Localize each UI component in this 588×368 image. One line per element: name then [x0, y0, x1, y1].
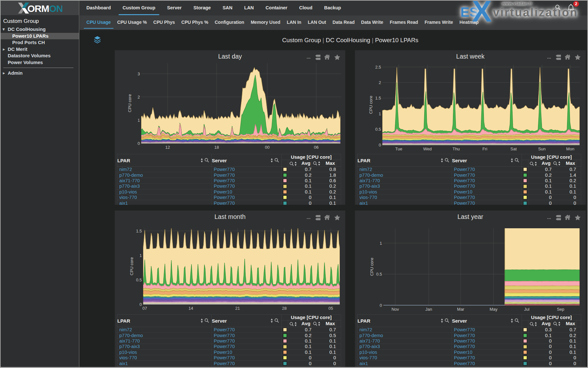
svg-text:0.5: 0.5 [136, 278, 142, 282]
svg-text:1: 1 [379, 111, 381, 116]
svg-text:...: ... [307, 214, 311, 220]
svg-text:3: 3 [138, 71, 140, 76]
svg-text:1: 1 [138, 118, 140, 123]
svg-text:28: 28 [282, 306, 287, 311]
svg-text:0: 0 [140, 302, 142, 307]
svg-text:...: ... [307, 54, 311, 60]
svg-text:Jan: Jan [426, 307, 432, 312]
svg-text:2.5: 2.5 [375, 65, 381, 70]
svg-text:CPU core: CPU core [368, 96, 373, 114]
svg-text:Mar: Mar [457, 307, 465, 312]
svg-text:1.5: 1.5 [136, 229, 142, 233]
svg-text:0: 0 [138, 141, 140, 146]
svg-text:Mon: Mon [566, 146, 574, 151]
svg-text:CPU core: CPU core [369, 258, 374, 276]
svg-text:Nov: Nov [391, 307, 399, 312]
svg-text:CPU core: CPU core [129, 257, 134, 275]
svg-text:0: 0 [380, 303, 382, 308]
svg-text:12: 12 [165, 145, 170, 150]
svg-text:...: ... [547, 214, 551, 220]
svg-text:Wed: Wed [423, 146, 432, 151]
svg-text:0.5: 0.5 [376, 272, 382, 277]
svg-text:Jul: Jul [524, 307, 530, 312]
svg-text:00: 00 [265, 145, 270, 150]
svg-text:Fri: Fri [482, 146, 487, 151]
svg-text:2: 2 [138, 95, 140, 99]
svg-text:Sat: Sat [510, 146, 517, 151]
svg-text:CPU core: CPU core [127, 94, 132, 112]
svg-text:Tue: Tue [395, 146, 402, 151]
svg-text:1: 1 [380, 241, 382, 246]
svg-text:05: 05 [328, 306, 333, 311]
svg-text:Thu: Thu [453, 146, 460, 151]
svg-text:18: 18 [214, 145, 219, 150]
svg-text:21: 21 [235, 306, 240, 311]
svg-text:May: May [490, 307, 498, 312]
svg-text:2: 2 [379, 80, 381, 85]
svg-text:1.5: 1.5 [375, 96, 381, 100]
svg-text:06: 06 [314, 145, 318, 150]
svg-text:...: ... [547, 54, 551, 60]
svg-text:07: 07 [142, 306, 147, 311]
svg-text:0.5: 0.5 [375, 127, 381, 132]
svg-text:Sun: Sun [538, 146, 545, 151]
svg-text:ORMON: ORMON [27, 3, 62, 14]
svg-text:1: 1 [140, 253, 142, 258]
svg-text:14: 14 [189, 306, 193, 311]
svg-text:Sep: Sep [557, 307, 564, 312]
svg-text:0: 0 [379, 143, 381, 147]
